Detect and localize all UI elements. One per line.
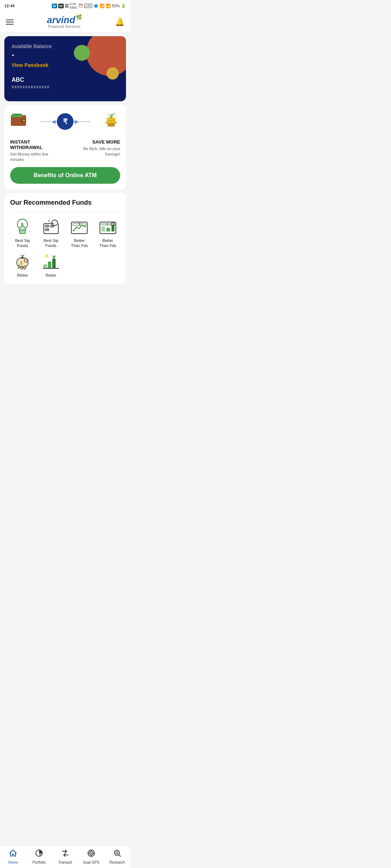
instant-withdrawal-desc: Get Money within few minutes — [10, 152, 63, 163]
svg-rect-20 — [45, 229, 49, 231]
svg-rect-45 — [44, 265, 47, 268]
m-icon: m — [58, 4, 64, 8]
view-passbook-link[interactable]: View Passbook — [12, 62, 119, 68]
retire-label-1: Retire — [17, 273, 28, 278]
best-sip-label-1: Best SipFunds — [15, 238, 30, 248]
svg-text:$: $ — [79, 222, 81, 226]
balance-amount: - — [12, 50, 119, 59]
account-name: ABC — [12, 77, 119, 83]
svg-rect-33 — [106, 228, 110, 231]
leaf-icon: 🌿 — [76, 14, 82, 20]
time-display: 12:44 — [4, 4, 14, 8]
account-number: xxxxxxxxxxxxxx — [12, 84, 119, 89]
save-more-title: SAVE MORE — [67, 139, 120, 145]
fund-better-fds-1[interactable]: $ BetterThan Fds — [67, 217, 92, 248]
svg-point-3 — [23, 119, 25, 122]
balance-card: Available Balance - View Passbook ABC xx… — [4, 36, 126, 101]
savings-icon: ✦ ✦ — [102, 111, 120, 132]
logo-text: arvind 🌿 — [47, 15, 81, 25]
logo-subtitle: Financial Services — [48, 25, 80, 29]
better-fds-icon-2: $ — [98, 217, 117, 236]
retire-icon-1: $ — [13, 252, 32, 271]
fund-best-sip-1[interactable]: $ Best SipFunds — [10, 217, 35, 248]
better-fds-label-2: BetterThan Fds — [100, 238, 116, 248]
svg-text:🕐: 🕐 — [53, 221, 58, 225]
svg-rect-43 — [21, 258, 24, 259]
svg-text:$: $ — [106, 222, 108, 226]
arrow-left-icon: ◀ — [52, 119, 56, 124]
app-logo: arvind 🌿 Financial Services — [47, 15, 81, 29]
svg-rect-5 — [13, 114, 21, 115]
svg-point-27 — [73, 230, 74, 231]
signal-icon: 📶 — [106, 4, 111, 8]
data-usage: 0.00KB/S — [70, 2, 77, 9]
funds-grid-row2: $ Retire — [10, 252, 120, 278]
benefits-online-atm-button[interactable]: Benefits of Online ATM — [10, 167, 120, 184]
best-sip-icon-1: $ — [13, 217, 32, 236]
svg-text:$: $ — [20, 261, 22, 265]
best-sip-icon-2: 🕐 $ — [42, 217, 60, 236]
status-icons: in m 🖼 0.00KB/S ⏰ LTE 🔷 📶 📶 55% 🔋 — [52, 2, 126, 9]
retire-icon-2: $ — [42, 252, 60, 271]
atm-visual: ◀ ▶ ₹ 👆 — [10, 111, 120, 132]
save-more-desc: Be Rich, Idle on your Savings! — [67, 146, 120, 157]
svg-rect-32 — [101, 226, 105, 231]
atm-labels: INSTANT WITHDRAWAL Get Money within few … — [10, 139, 120, 163]
svg-text:✦: ✦ — [116, 115, 118, 118]
svg-rect-16 — [20, 230, 25, 234]
wifi-icon: 📶 — [100, 4, 105, 8]
svg-rect-18 — [45, 225, 49, 227]
retire-label-2: Retire — [46, 273, 56, 278]
svg-rect-40 — [18, 265, 20, 268]
section-divider — [10, 212, 120, 212]
fund-retire-1[interactable]: $ Retire — [10, 252, 35, 278]
fund-best-sip-2[interactable]: 🕐 $ Best SipFunds — [39, 217, 64, 248]
svg-rect-47 — [52, 259, 55, 268]
gallery-icon: 🖼 — [65, 4, 69, 8]
best-sip-label-2: Best SipFunds — [43, 238, 58, 248]
svg-rect-42 — [24, 266, 26, 269]
funds-grid-row1: $ Best SipFunds 🕐 — [10, 217, 120, 248]
svg-rect-41 — [21, 266, 23, 269]
linkedin-icon: in — [52, 4, 57, 8]
battery-icon: 🔋 — [121, 4, 126, 8]
svg-point-50 — [45, 254, 49, 258]
arrow-right-icon: ▶ — [75, 119, 79, 124]
status-bar: 12:44 in m 🖼 0.00KB/S ⏰ LTE 🔷 📶 📶 55% 🔋 — [0, 0, 130, 12]
hamburger-line-2 — [6, 22, 14, 22]
fund-retire-2[interactable]: $ Retire — [39, 252, 64, 278]
main-content: Available Balance - View Passbook ABC xx… — [0, 36, 130, 313]
recommended-funds-title: Our Recommended Funds — [10, 199, 120, 207]
recommended-funds-section: Our Recommended Funds $ Best SipFunds — [4, 193, 126, 284]
wallet-icon — [10, 111, 28, 132]
hamburger-line-1 — [6, 20, 14, 20]
notifications-bell[interactable]: 🔔 — [115, 17, 125, 27]
slider-track: ◀ ▶ ₹ — [40, 121, 91, 122]
atm-section: ◀ ▶ ₹ 👆 — [4, 105, 126, 190]
rupee-coin: ₹ — [57, 113, 73, 130]
alarm-icon: ⏰ — [78, 4, 83, 8]
svg-point-39 — [26, 260, 28, 261]
svg-text:$: $ — [48, 219, 50, 223]
instant-withdrawal-title: INSTANT WITHDRAWAL — [10, 139, 63, 150]
better-fds-label-1: BetterThan Fds — [71, 238, 88, 248]
hamburger-line-3 — [6, 24, 14, 25]
app-header: arvind 🌿 Financial Services 🔔 — [0, 12, 130, 33]
save-more-label: SAVE MORE Be Rich, Idle on your Savings! — [67, 139, 120, 163]
hamburger-menu[interactable] — [6, 20, 14, 25]
svg-point-38 — [24, 259, 28, 262]
svg-point-28 — [84, 226, 86, 227]
available-balance-label: Available Balance — [12, 43, 119, 49]
atm-slider: ◀ ▶ ₹ 👆 — [28, 121, 102, 122]
svg-rect-4 — [12, 114, 22, 117]
battery-level: 55% — [112, 4, 120, 8]
lte-icon: LTE — [84, 4, 92, 8]
fund-better-fds-2[interactable]: $ BetterThan Fds — [96, 217, 121, 248]
svg-rect-46 — [48, 262, 51, 268]
better-fds-icon-1: $ — [70, 217, 89, 236]
bluetooth-icon: 🔷 — [93, 4, 98, 8]
instant-withdrawal-label: INSTANT WITHDRAWAL Get Money within few … — [10, 139, 63, 163]
status-time: 12:44 — [4, 4, 14, 8]
